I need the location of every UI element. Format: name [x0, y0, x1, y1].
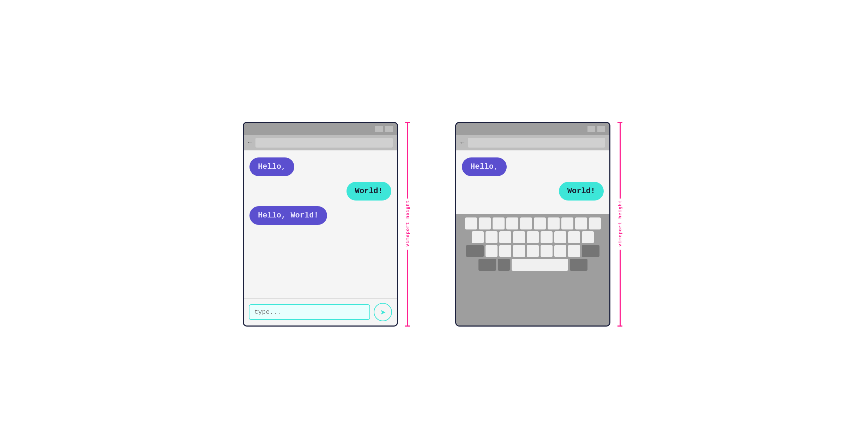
key-m[interactable] [568, 245, 580, 257]
key-d[interactable] [499, 231, 511, 243]
key-globe[interactable] [498, 259, 510, 271]
right-viewport-label: vimeport height [617, 200, 623, 246]
key-v[interactable] [527, 245, 539, 257]
key-l[interactable] [582, 231, 594, 243]
left-minimize-btn [375, 126, 383, 132]
key-q[interactable] [465, 217, 477, 229]
key-u[interactable] [548, 217, 560, 229]
left-message-1: Hello, [249, 157, 294, 176]
left-title-bar [244, 123, 397, 135]
key-g[interactable] [527, 231, 539, 243]
left-phone-frame: ← Hello, World! Hello, World! ➤ [243, 122, 398, 327]
right-viewport-label-container: vimeport height [617, 198, 623, 250]
send-icon: ➤ [380, 308, 386, 316]
right-nav-input [468, 138, 605, 148]
right-viewport-line: vimeport height [620, 123, 621, 325]
left-viewport-indicator: vimeport height [402, 122, 413, 327]
diagrams-container: ← Hello, World! Hello, World! ➤ v [243, 122, 625, 327]
key-j[interactable] [554, 231, 566, 243]
keyboard-row-3 [459, 245, 607, 257]
key-s[interactable] [486, 231, 498, 243]
key-numbers[interactable] [478, 259, 496, 271]
right-title-bar [456, 123, 609, 135]
left-message-2: World! [346, 182, 391, 201]
key-space[interactable] [512, 259, 568, 271]
key-b[interactable] [541, 245, 553, 257]
right-viewport-indicator: vimeport height [615, 122, 625, 327]
key-x[interactable] [499, 245, 511, 257]
left-title-bar-controls [375, 126, 393, 132]
left-chat-area: Hello, World! Hello, World! [244, 150, 397, 298]
key-f[interactable] [513, 231, 525, 243]
key-y[interactable] [534, 217, 546, 229]
key-w[interactable] [479, 217, 491, 229]
key-c[interactable] [513, 245, 525, 257]
left-diagram-wrapper: ← Hello, World! Hello, World! ➤ v [243, 122, 413, 327]
keyboard-row-2 [459, 231, 607, 243]
right-message-2: World! [559, 182, 604, 201]
key-k[interactable] [568, 231, 580, 243]
left-back-arrow-icon[interactable]: ← [248, 139, 252, 146]
key-shift[interactable] [466, 245, 484, 257]
key-i[interactable] [561, 217, 573, 229]
right-title-bar-controls [587, 126, 605, 132]
left-maximize-btn [385, 126, 393, 132]
key-r[interactable] [506, 217, 518, 229]
right-chat-area: Hello, World! [456, 150, 609, 214]
key-return[interactable] [570, 259, 587, 271]
left-viewport-line: vimeport height [407, 123, 408, 325]
keyboard-row-1 [459, 217, 607, 229]
right-keyboard [456, 214, 609, 325]
key-n[interactable] [554, 245, 566, 257]
right-message-1: Hello, [462, 157, 507, 176]
left-send-button[interactable]: ➤ [374, 303, 392, 321]
key-p[interactable] [589, 217, 601, 229]
right-back-arrow-icon[interactable]: ← [460, 139, 464, 146]
key-o[interactable] [575, 217, 587, 229]
left-type-input[interactable] [249, 304, 370, 320]
keyboard-row-4 [459, 259, 607, 271]
key-h[interactable] [541, 231, 553, 243]
key-t[interactable] [520, 217, 532, 229]
key-e[interactable] [493, 217, 505, 229]
right-nav-bar: ← [456, 135, 609, 150]
right-tick-bottom [617, 325, 622, 327]
key-a[interactable] [472, 231, 484, 243]
left-nav-bar: ← [244, 135, 397, 150]
key-z[interactable] [486, 245, 498, 257]
left-input-row: ➤ [244, 298, 397, 325]
right-minimize-btn [587, 126, 595, 132]
left-viewport-label-container: vimeport height [405, 198, 410, 250]
left-message-3: Hello, World! [249, 206, 327, 225]
right-phone-frame: ← Hello, World! [455, 122, 610, 327]
left-tick-bottom [405, 325, 410, 327]
left-nav-input [255, 138, 393, 148]
left-viewport-label: vimeport height [405, 200, 410, 246]
key-delete[interactable] [582, 245, 599, 257]
right-diagram-wrapper: ← Hello, World! [455, 122, 625, 327]
right-maximize-btn [597, 126, 605, 132]
